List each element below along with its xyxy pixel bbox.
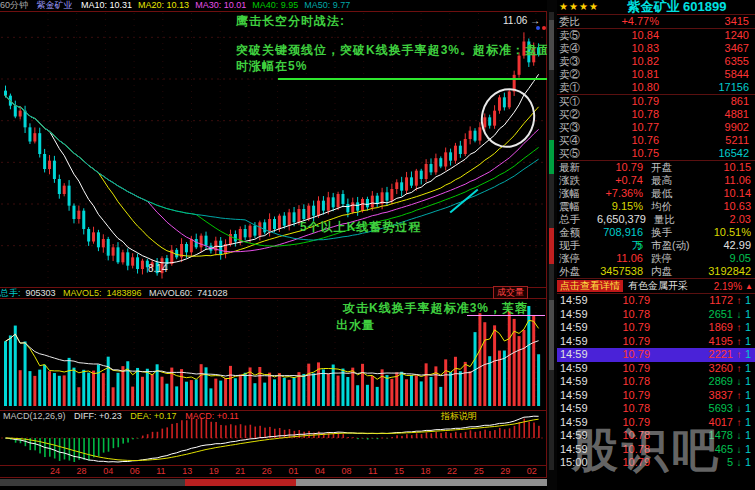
info-label-2: 最高	[643, 174, 705, 187]
info-value-2: 10.14	[705, 187, 755, 200]
tick-count: 1	[745, 335, 755, 349]
ask-volume: 17156	[659, 81, 755, 94]
dea-value: DEA: +0.17	[130, 411, 176, 421]
tick-row[interactable]: 14:5910.785693↓1	[557, 402, 755, 416]
ask-price[interactable]: 10.82	[597, 55, 659, 68]
info-row: 震幅9.15%均价10.63	[557, 200, 755, 213]
tick-price: 10.78	[598, 375, 650, 389]
info-label-2: 换手	[643, 226, 705, 239]
tick-price: 10.78	[598, 429, 650, 443]
horizontal-scrollbar[interactable]	[0, 479, 547, 486]
macd-name: MACD(12,26,9)	[3, 411, 66, 421]
ask-price[interactable]: 10.80	[597, 81, 659, 94]
ask-price[interactable]: 10.81	[597, 68, 659, 81]
period-selector[interactable]: 60分钟	[0, 0, 28, 10]
bid-price[interactable]: 10.78	[597, 108, 659, 121]
quote-panel: ★★★★ 紫金矿业 601899 委比 +4.77% 3415 卖⑤10.841…	[557, 0, 755, 490]
stock-name-label: 紫金矿业	[37, 0, 73, 10]
marker-dot-blue	[536, 26, 540, 30]
tick-count: 1	[745, 389, 755, 403]
annotation-breakout-line2: 时涨幅在5%	[236, 58, 307, 75]
gauge-segment-gray2	[549, 300, 554, 370]
tick-row[interactable]: 14:5910.781478↓1	[557, 429, 755, 443]
tick-count: 1	[745, 375, 755, 389]
tick-direction-down-icon: ↓	[733, 308, 745, 322]
bid-row[interactable]: 买①10.79861	[557, 95, 755, 108]
bid-levels: 买①10.79861买②10.784881买③10.779902买④10.765…	[557, 94, 755, 160]
tick-row[interactable]: 15:0010.795↓1	[557, 456, 755, 470]
bid-row[interactable]: 买③10.779902	[557, 121, 755, 134]
industry-label[interactable]: 有色金属开采	[623, 279, 714, 293]
tick-price: 10.79	[598, 321, 650, 335]
tick-time: 14:59	[557, 429, 598, 443]
tick-time: 14:59	[557, 335, 598, 349]
date-tick: 18	[421, 466, 431, 477]
bid-price[interactable]: 10.76	[597, 134, 659, 147]
tick-price: 10.79	[598, 335, 650, 349]
tick-row[interactable]: 14:5910.794017↑1	[557, 416, 755, 430]
ask-price[interactable]: 10.83	[597, 42, 659, 55]
ask-label: 卖②	[557, 68, 597, 81]
high-price-label: 11.06 →	[503, 15, 540, 26]
tick-price: 10.79	[598, 362, 650, 376]
view-details-button[interactable]: 点击查看详情	[557, 280, 623, 292]
tick-row[interactable]: 14:5910.782651↓1	[557, 308, 755, 322]
info-value-2: 2.03	[708, 213, 755, 226]
tick-time: 14:59	[557, 402, 598, 416]
date-tick: 15	[394, 466, 404, 477]
macd-header: MACD(12,26,9) DIFF: +0.23 DEA: +0.17 MAC…	[3, 411, 547, 421]
tick-row[interactable]: 14:5910.782869↓1	[557, 375, 755, 389]
tick-direction-up-icon: ↑	[733, 321, 745, 335]
bid-volume: 4881	[659, 108, 755, 121]
ask-label: 卖③	[557, 55, 597, 68]
ask-volume: 6355	[659, 55, 755, 68]
tick-direction-down-icon: ↓	[733, 443, 745, 457]
date-tick: 22	[447, 466, 457, 477]
info-value-2: 10.51%	[705, 226, 755, 239]
ask-levels: 卖⑤10.841240卖④10.833467卖③10.826355卖②10.81…	[557, 29, 755, 94]
tick-time: 15:00	[557, 456, 598, 470]
tick-direction-down-icon: ↓	[733, 429, 745, 443]
date-tick: 04	[103, 466, 113, 477]
tick-row[interactable]: 14:5910.791172↑1	[557, 294, 755, 308]
bid-label: 买⑤	[557, 147, 597, 160]
tick-direction-up-icon: ↑	[733, 362, 745, 376]
bid-row[interactable]: 买②10.784881	[557, 108, 755, 121]
bid-row[interactable]: 买④10.765211	[557, 134, 755, 147]
ask-volume: 3467	[659, 42, 755, 55]
quote-details: 最新10.79开盘10.15涨跌+0.74最高11.06涨幅+7.36%最低10…	[557, 160, 755, 278]
ma-label-3: MA40: 9.95	[252, 0, 298, 10]
scrollbar-thumb[interactable]	[185, 479, 296, 486]
tick-row[interactable]: 14:5910.794195↑1	[557, 335, 755, 349]
tick-direction-up-icon: ↑	[733, 335, 745, 349]
weibi-value: +4.77%	[597, 15, 659, 28]
tick-row-selected[interactable]: 14:5910.792221↑1	[557, 348, 755, 362]
tick-row[interactable]: 14:5910.78465↓1	[557, 443, 755, 457]
indicator-help-link[interactable]: 指标说明	[441, 411, 477, 421]
ask-row[interactable]: 卖②10.815844	[557, 68, 755, 81]
bid-price[interactable]: 10.77	[597, 121, 659, 134]
tick-time: 14:59	[557, 416, 598, 430]
bid-row[interactable]: 买⑤10.7516542	[557, 147, 755, 160]
tick-row[interactable]: 14:5910.793260↑1	[557, 362, 755, 376]
ask-row[interactable]: 卖①10.8017156	[557, 81, 755, 94]
info-value-1: 9.15%	[597, 200, 643, 213]
tick-volume: 5	[650, 456, 733, 470]
scrollbar-track[interactable]	[296, 479, 547, 486]
ask-row[interactable]: 卖⑤10.841240	[557, 29, 755, 42]
time-sales-list: 14:5910.791172↑114:5910.782651↓114:5910.…	[557, 294, 755, 470]
tick-volume: 4195	[650, 335, 733, 349]
bid-label: 买②	[557, 108, 597, 121]
weibi-row: 委比 +4.77% 3415	[557, 14, 755, 29]
ask-row[interactable]: 卖③10.826355	[557, 55, 755, 68]
info-label-2: 跌停	[643, 252, 705, 265]
tick-direction-up-icon: ↑	[733, 348, 745, 362]
bid-price[interactable]: 10.79	[597, 95, 659, 108]
ask-volume: 1240	[659, 29, 755, 42]
tick-row[interactable]: 14:5910.791869↑1	[557, 321, 755, 335]
tick-row[interactable]: 14:5910.793837↑1	[557, 389, 755, 403]
date-tick: 21	[235, 466, 245, 477]
bid-price[interactable]: 10.75	[597, 147, 659, 160]
ask-price[interactable]: 10.84	[597, 29, 659, 42]
ask-row[interactable]: 卖④10.833467	[557, 42, 755, 55]
